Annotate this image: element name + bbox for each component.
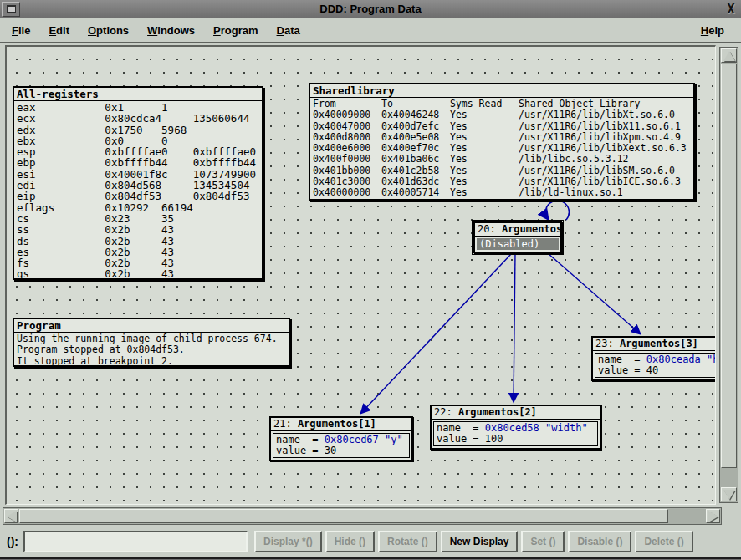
argument-toolbar: (): Display *()Hide ()Rotate ()New Displ… bbox=[0, 527, 741, 557]
sharedlibrary-header-row: FromToSyms ReadShared Object Library bbox=[313, 99, 691, 109]
member-value: 0x80ced58 "width" bbox=[485, 422, 588, 434]
scroll-left-icon[interactable] bbox=[4, 509, 18, 523]
member-value: 100 bbox=[485, 433, 503, 445]
sharedlibrary-title: Sharedlibrary bbox=[310, 84, 693, 98]
menu-program[interactable]: Program bbox=[207, 22, 264, 39]
member-row: value = 30 bbox=[276, 445, 406, 456]
window-bottom-edge bbox=[0, 557, 741, 560]
member-name: value = bbox=[437, 433, 485, 445]
window-menu-glyph bbox=[7, 5, 16, 13]
display-node-20-argumentos[interactable]: 20: Argumentos (Disabled) bbox=[473, 221, 562, 253]
cell: 0x40047000 bbox=[313, 121, 381, 132]
register-row: eflags 0x10292 66194 bbox=[17, 202, 259, 213]
member-name: name = bbox=[598, 354, 646, 365]
member-value: 40 bbox=[646, 364, 658, 376]
horizontal-scrollbar-thumb[interactable] bbox=[19, 509, 668, 523]
member-value: 0x80ceada "h bbox=[646, 354, 716, 365]
close-icon[interactable]: X bbox=[723, 2, 739, 17]
register-row: esi 0x40001f8c 1073749900 bbox=[17, 169, 259, 180]
disable-button[interactable]: Disable () bbox=[568, 531, 631, 552]
register-row: edi 0x804d568 134534504 bbox=[17, 180, 259, 191]
menu-options[interactable]: Options bbox=[81, 22, 135, 39]
display-node-22-argumentos-2[interactable]: 22: Argumentos[2] name = 0x80ced58 "widt… bbox=[430, 405, 601, 450]
delete-button[interactable]: Delete () bbox=[635, 531, 692, 552]
arrow-20-21 bbox=[361, 253, 512, 413]
display-node-21-argumentos-1[interactable]: 21: Argumentos[1] name = 0x80ced67 "y"va… bbox=[269, 416, 413, 461]
titlebar[interactable]: DDD: Program Data X bbox=[0, 0, 741, 18]
all-registers-display[interactable]: All-registers eax 0x1 1ecx 0x80cdca4 135… bbox=[13, 86, 263, 280]
hide-button[interactable]: Hide () bbox=[325, 531, 375, 552]
member-name: name = bbox=[276, 434, 325, 445]
cell: 0x40000000 bbox=[313, 187, 381, 198]
register-row: ds 0x2b 43 bbox=[17, 236, 259, 247]
program-title: Program bbox=[14, 319, 289, 333]
program-line: It stopped at breakpoint 2. bbox=[17, 356, 286, 367]
register-row: ebx 0x0 0 bbox=[17, 135, 259, 146]
member-name: name = bbox=[437, 422, 485, 434]
node-title: 22: Argumentos[2] bbox=[432, 406, 600, 420]
scroll-up-icon[interactable] bbox=[721, 48, 737, 63]
window-title: DDD: Program Data bbox=[0, 3, 741, 15]
window-menu-icon[interactable] bbox=[2, 2, 20, 17]
node-title: 23: Argumentos[3] bbox=[593, 338, 716, 351]
toolbar-buttons: Display *()Hide ()Rotate ()New DisplaySe… bbox=[254, 531, 697, 552]
menu-edit[interactable]: Edit bbox=[42, 22, 76, 39]
rotate-button[interactable]: Rotate () bbox=[378, 531, 437, 552]
menu-windows[interactable]: Windows bbox=[141, 22, 202, 39]
cell: 0x400ef70c bbox=[381, 143, 450, 154]
member-value: 0x80ced67 "y" bbox=[325, 434, 403, 445]
cell: 0x40009000 bbox=[313, 109, 381, 120]
column-header: From bbox=[313, 99, 381, 109]
node-title: 21: Argumentos[1] bbox=[271, 418, 411, 431]
register-row: gs 0x2b 43 bbox=[17, 268, 259, 279]
scroll-down-icon[interactable] bbox=[721, 487, 737, 501]
cell: /usr/X11R6/lib/libXpm.so.4.9 bbox=[519, 132, 691, 143]
cell: /lib/ld-linux.so.1 bbox=[519, 187, 691, 198]
member-row: value = 40 bbox=[598, 365, 716, 376]
member-name: value = bbox=[598, 364, 646, 376]
sharedlibrary-row: 0x400470000x400d7efcYes/usr/X11R6/lib/li… bbox=[313, 121, 691, 132]
cell: /usr/X11R6/lib/libXext.so.6.3 bbox=[519, 143, 691, 154]
new-display-button[interactable]: New Display bbox=[441, 531, 519, 552]
cell: 0x401c3000 bbox=[313, 176, 381, 187]
cell: 0x400f0000 bbox=[313, 154, 381, 165]
vertical-scrollbar[interactable] bbox=[719, 47, 738, 503]
cell: Yes bbox=[450, 121, 519, 132]
self-loop-arrow bbox=[545, 201, 569, 220]
register-row: esp 0xbffffae0 0xbffffae0 bbox=[17, 146, 259, 157]
program-status-display[interactable]: Program Using the running image of child… bbox=[13, 318, 290, 367]
registers-rows: eax 0x1 1ecx 0x80cdca4 135060644edx 0x17… bbox=[14, 101, 262, 281]
display-node-23-argumentos-3[interactable]: 23: Argumentos[3] name = 0x80ceada "hval… bbox=[591, 336, 716, 381]
display-button[interactable]: Display *() bbox=[254, 531, 322, 552]
data-display-canvas[interactable]: All-registers eax 0x1 1ecx 0x80cdca4 135… bbox=[5, 45, 716, 505]
cell: 0x401d63dc bbox=[381, 176, 450, 187]
cell: Yes bbox=[450, 154, 519, 165]
member-row: value = 100 bbox=[437, 434, 595, 445]
arrow-20-22 bbox=[514, 253, 515, 401]
member-value: 30 bbox=[325, 445, 336, 456]
menu-file[interactable]: File bbox=[5, 22, 37, 39]
register-row: cs 0x23 35 bbox=[17, 213, 259, 224]
set-button[interactable]: Set () bbox=[521, 531, 565, 552]
arrow-20-23 bbox=[548, 253, 640, 333]
argument-input[interactable] bbox=[23, 531, 248, 552]
sharedlibrary-display[interactable]: Sharedlibrary FromToSyms ReadShared Obje… bbox=[309, 83, 695, 201]
cell: Yes bbox=[450, 165, 519, 176]
column-header: Shared Object Library bbox=[519, 99, 691, 109]
register-row: ebp 0xbffffb44 0xbffffb44 bbox=[17, 157, 259, 168]
sharedlibrary-row: 0x400d80000x400e5e08Yes/usr/X11R6/lib/li… bbox=[313, 132, 691, 143]
sharedlibrary-row: 0x401bb0000x401c2b58Yes/usr/X11R6/lib/li… bbox=[313, 165, 691, 176]
vertical-scrollbar-thumb[interactable] bbox=[721, 64, 737, 468]
node-title: 20: Argumentos bbox=[475, 223, 560, 237]
sharedlibrary-row: 0x400f00000x401ba06cYes/lib/libc.so.5.3.… bbox=[313, 154, 691, 165]
cell: 0x401bb000 bbox=[313, 165, 381, 176]
cell: 0x401c2b58 bbox=[381, 165, 450, 176]
cell: 0x400e5e08 bbox=[381, 132, 450, 143]
menu-help[interactable]: Help bbox=[694, 22, 731, 39]
menubar: FileEditOptionsWindowsProgramData Help bbox=[0, 19, 741, 43]
horizontal-scrollbar[interactable] bbox=[3, 507, 722, 525]
scroll-right-icon[interactable] bbox=[706, 509, 720, 523]
argument-label: (): bbox=[7, 535, 18, 548]
registers-title: All-registers bbox=[14, 88, 262, 101]
menu-data[interactable]: Data bbox=[270, 22, 307, 39]
